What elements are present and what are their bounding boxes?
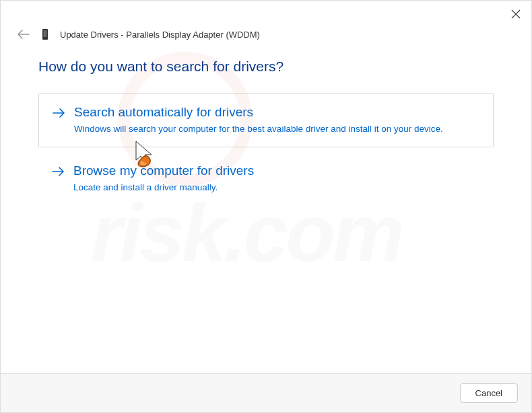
option-browse-computer[interactable]: Browse my computer for drivers Locate an… [38,163,494,194]
option-text: Search automatically for drivers Windows… [74,105,479,136]
window-title: Update Drivers - Parallels Display Adapt… [60,30,260,40]
svg-rect-3 [44,30,47,37]
close-icon [511,9,521,19]
cancel-button[interactable]: Cancel [460,383,518,403]
header-row: Update Drivers - Parallels Display Adapt… [1,28,531,46]
footer: Cancel [1,373,531,412]
option-description: Windows will search your computer for th… [74,122,479,136]
titlebar [1,1,531,28]
back-button[interactable] [17,28,30,41]
content-area: How do you want to search for drivers? S… [1,46,531,373]
option-title: Browse my computer for drivers [73,163,480,178]
option-text: Browse my computer for drivers Locate an… [73,163,480,194]
main-question: How do you want to search for drivers? [38,59,494,75]
close-button[interactable] [508,7,523,22]
option-search-automatically[interactable]: Search automatically for drivers Windows… [38,93,494,147]
option-title: Search automatically for drivers [74,105,479,120]
dialog-window: risk.com Update Drivers - Parallels Disp… [0,0,532,413]
option-description: Locate and install a driver manually. [73,181,480,194]
arrow-right-icon [53,108,66,121]
arrow-right-icon [52,166,65,180]
device-icon [40,28,51,41]
back-arrow-icon [18,30,30,39]
